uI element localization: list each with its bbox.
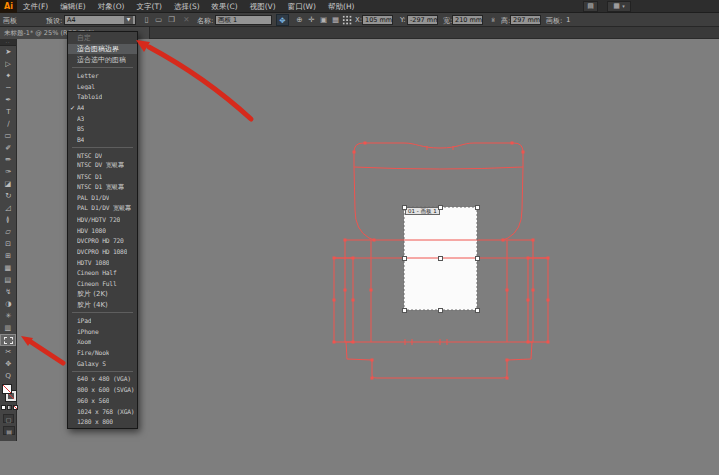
- preset-menu-item[interactable]: Tabloid: [68, 91, 137, 102]
- preset-menu-item[interactable]: NTSC DV 宽银幕: [68, 161, 137, 172]
- delete-artboard-button[interactable]: ✕: [180, 14, 193, 26]
- selection-handle[interactable]: [402, 256, 407, 261]
- arrange-documents-button[interactable]: ▤: [583, 1, 598, 12]
- slice-tool[interactable]: ✂: [0, 346, 16, 358]
- selection-handle[interactable]: [475, 205, 480, 210]
- paintbrush-tool[interactable]: ✐: [0, 142, 16, 154]
- menu-file[interactable]: 文件(F): [17, 0, 54, 13]
- menu-object[interactable]: 对象(O): [92, 0, 131, 13]
- hand-tool[interactable]: ✥: [0, 358, 16, 370]
- preset-dropdown[interactable]: A4 ▼: [64, 15, 136, 25]
- menu-select[interactable]: 选择(S): [168, 0, 206, 13]
- fill-swatch[interactable]: [2, 384, 12, 394]
- shape-builder-tool[interactable]: ⊡: [0, 238, 16, 250]
- move-artwork-toggle[interactable]: ✥: [276, 14, 289, 26]
- menu-effect[interactable]: 效果(C): [206, 0, 244, 13]
- link-dimensions-icon[interactable]: ∞: [488, 15, 498, 26]
- perspective-grid-tool[interactable]: ⊞: [0, 250, 16, 262]
- preset-menu-item[interactable]: B4: [68, 134, 137, 145]
- column-graph-tool[interactable]: ▥: [0, 322, 16, 334]
- preset-menu-item[interactable]: Cineon Full: [68, 278, 137, 289]
- preset-menu-item[interactable]: 1024 x 768 (XGA): [68, 406, 137, 417]
- free-transform-tool[interactable]: ▱: [0, 226, 16, 238]
- drawing-mode-button[interactable]: ▢: [3, 414, 14, 423]
- menu-type[interactable]: 文字(T): [131, 0, 168, 13]
- preset-menu-item[interactable]: 1280 x 800: [68, 416, 137, 427]
- preset-menu-item[interactable]: HDV 1080: [68, 225, 137, 236]
- selection-handle[interactable]: [402, 205, 407, 210]
- preset-menu-item[interactable]: 800 x 600 (SVGA): [68, 384, 137, 395]
- height-input[interactable]: 297 mm: [510, 15, 541, 25]
- menu-view[interactable]: 视图(V): [244, 0, 282, 13]
- toolbar-collapse-handle[interactable]: ··: [0, 39, 16, 46]
- magic-wand-tool[interactable]: ✦: [0, 70, 16, 82]
- type-tool[interactable]: T: [0, 106, 16, 118]
- preset-menu-item[interactable]: Fire/Nook: [68, 347, 137, 358]
- preset-menu-item[interactable]: DVCPRO HD 1080: [68, 246, 137, 257]
- preset-menu-item[interactable]: HDTV 1080: [68, 257, 137, 268]
- preset-menu-item[interactable]: Galaxy S: [68, 358, 137, 369]
- rotate-tool[interactable]: ↻: [0, 190, 16, 202]
- preset-menu-item[interactable]: iPhone: [68, 326, 137, 337]
- preset-menu-item[interactable]: 胶片 (4K): [68, 300, 137, 311]
- selection-handle[interactable]: [475, 256, 480, 261]
- preset-menu-item[interactable]: 640 x 480 (VGA): [68, 374, 137, 385]
- lasso-tool[interactable]: ∽: [0, 82, 16, 94]
- preset-menu-item[interactable]: NTSC DV: [68, 150, 137, 161]
- zoom-tool[interactable]: Q: [0, 370, 16, 382]
- preset-menu-item[interactable]: NTSC D1 宽银幕: [68, 182, 137, 193]
- x-input[interactable]: 105 mm: [362, 15, 393, 25]
- rectangle-tool[interactable]: ▭: [0, 130, 16, 142]
- preset-menu-item[interactable]: Cineon Half: [68, 267, 137, 278]
- preset-menu-item[interactable]: ✓A4: [68, 102, 137, 113]
- preset-menu-item[interactable]: B5: [68, 124, 137, 135]
- selection-handle[interactable]: [402, 308, 407, 313]
- preset-menu-item[interactable]: PAL D1/DV 宽银幕: [68, 203, 137, 214]
- preset-menu-item[interactable]: HDV/HDTV 720: [68, 214, 137, 225]
- symbol-sprayer-tool[interactable]: ✳: [0, 310, 16, 322]
- blend-tool[interactable]: ◑: [0, 298, 16, 310]
- preset-menu-item[interactable]: Letter: [68, 70, 137, 81]
- reference-point-selector[interactable]: [342, 15, 352, 25]
- gradient-mode-button[interactable]: [7, 405, 12, 410]
- selection-handle[interactable]: [475, 308, 480, 313]
- preset-menu-item[interactable]: DVCPRO HD 720: [68, 235, 137, 246]
- selection-handle[interactable]: [438, 205, 443, 210]
- gradient-tool[interactable]: ▤: [0, 274, 16, 286]
- selection-handle[interactable]: [438, 308, 443, 313]
- pen-tool[interactable]: ✒: [0, 94, 16, 106]
- screen-mode-button[interactable]: ▤: [3, 426, 15, 435]
- width-tool[interactable]: ≬: [0, 214, 16, 226]
- mesh-tool[interactable]: ▦: [0, 262, 16, 274]
- blob-brush-tool[interactable]: ✑: [0, 166, 16, 178]
- artboard-tool[interactable]: [0, 334, 16, 346]
- artboard-name-input[interactable]: 画板 1: [215, 15, 272, 25]
- landscape-orientation-button[interactable]: ▭: [152, 14, 165, 26]
- none-mode-button[interactable]: [13, 405, 18, 410]
- line-segment-tool[interactable]: ∕: [0, 118, 16, 130]
- menu-edit[interactable]: 编辑(E): [54, 0, 92, 13]
- y-input[interactable]: -297 mm: [407, 15, 438, 25]
- scale-tool[interactable]: ◿: [0, 202, 16, 214]
- selection-handle[interactable]: [438, 256, 443, 261]
- preset-menu-item[interactable]: 960 x 560: [68, 395, 137, 406]
- preset-menu-item[interactable]: 胶片 (2K): [68, 289, 137, 300]
- preset-menu-item[interactable]: 适合选中的图稿: [68, 54, 137, 65]
- artboard-options-button[interactable]: ▦: [329, 14, 342, 26]
- preset-menu-item[interactable]: NTSC D1: [68, 171, 137, 182]
- eyedropper-tool[interactable]: ↯: [0, 286, 16, 298]
- new-artboard-button[interactable]: ❐: [165, 14, 178, 26]
- preset-menu-item[interactable]: PAL D1/DV: [68, 193, 137, 204]
- workspace-switcher-button[interactable]: ▦ ▾: [607, 1, 631, 12]
- preset-menu-item[interactable]: Xoom: [68, 337, 137, 348]
- preset-menu-item[interactable]: iPad: [68, 315, 137, 326]
- preset-menu-item[interactable]: A3: [68, 113, 137, 124]
- direct-selection-tool[interactable]: ▷: [0, 58, 16, 70]
- preset-menu-item[interactable]: 适合图稿边界: [68, 44, 137, 55]
- width-input[interactable]: 210 mm: [452, 15, 483, 25]
- menu-help[interactable]: 帮助(H): [322, 0, 361, 13]
- selection-tool[interactable]: ➤: [0, 46, 16, 58]
- color-mode-button[interactable]: [1, 405, 6, 410]
- preset-menu-item[interactable]: 自定: [68, 33, 137, 44]
- preset-menu-item[interactable]: Legal: [68, 81, 137, 92]
